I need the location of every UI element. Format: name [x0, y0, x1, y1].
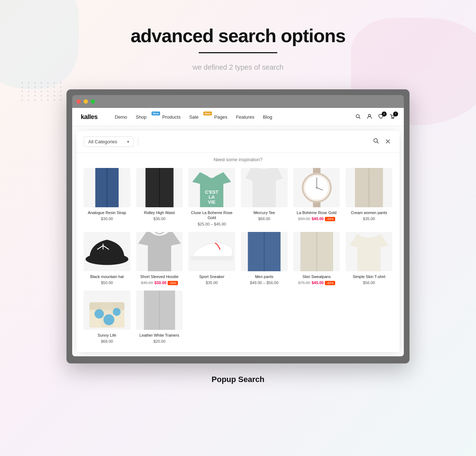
svg-rect-27: [190, 257, 233, 261]
search-inspiration: Need some inspiration?: [76, 153, 400, 165]
product-card[interactable]: C'EST LA VIE Cluse La Boheme Rose Gold$2…: [185, 165, 238, 229]
nav-badge-new-shop: New: [152, 111, 160, 115]
svg-point-5: [374, 139, 377, 142]
price-badge: -34%: [168, 281, 178, 285]
product-name: Men pants: [241, 274, 288, 279]
product-price: $68.00: [241, 217, 288, 221]
product-image: [84, 168, 130, 207]
search-input[interactable]: [143, 137, 368, 146]
user-icon[interactable]: [367, 114, 372, 121]
svg-point-39: [113, 308, 121, 316]
product-image: [84, 232, 130, 271]
product-image: [346, 232, 392, 271]
nav-link-blog[interactable]: Blog: [263, 114, 272, 120]
nav-link-demo[interactable]: Demo: [115, 114, 127, 120]
product-card[interactable]: Sunny Life$68.00: [81, 288, 133, 346]
page-title: advanced search options: [130, 25, 345, 46]
product-name: Skin Sweatpans: [293, 274, 340, 279]
product-price: $50.00: [84, 281, 130, 285]
product-name: Sport Sneaker: [188, 274, 235, 279]
browser-mockup: kalles Demo Shop New Products Sale New: [66, 89, 410, 363]
svg-text:LA: LA: [209, 194, 215, 199]
product-price: $45.00$30.00-34%: [136, 281, 183, 285]
product-card[interactable]: Simple Skin T-shirt$56.00: [343, 229, 395, 288]
product-price: $36.00: [136, 217, 183, 221]
browser-dot-yellow: [84, 99, 88, 104]
product-price: $60.00$40.00-34%: [293, 217, 340, 221]
nav-link-products[interactable]: Products: [162, 114, 180, 120]
product-card[interactable]: Analogue Resin Strap$30.00: [81, 165, 133, 229]
product-card[interactable]: Cream women pants$35.00: [343, 165, 395, 229]
product-price: $56.00: [346, 281, 392, 285]
nav-links: Demo Shop New Products Sale New Pages: [115, 114, 355, 120]
price-sale: $45.00: [312, 281, 324, 285]
product-card[interactable]: Mercury Tee$68.00: [238, 165, 291, 229]
product-name: Simple Skin T-shirt: [346, 274, 392, 279]
product-image: [84, 291, 130, 330]
product-name: Cream women pants: [346, 210, 392, 215]
price-badge: -40%: [325, 281, 335, 285]
categories-dropdown[interactable]: All Categories ▾: [84, 137, 134, 147]
popup-label: Popup Search: [212, 375, 264, 384]
product-card[interactable]: Skin Sweatpans$75.00$45.00-40%: [291, 229, 343, 288]
search-header: All Categories ▾ ✕: [76, 131, 400, 153]
product-card[interactable]: Short Sleeved Hoodie$45.00$30.00-34%: [133, 229, 186, 288]
product-name: Black mountain hat: [84, 274, 130, 279]
svg-line-1: [359, 117, 361, 119]
product-card[interactable]: Leather White Trainers$20.00: [133, 288, 186, 346]
price-sale: $30.00: [154, 281, 167, 285]
product-name: Mercury Tee: [241, 210, 288, 215]
browser-bar: [72, 95, 404, 108]
product-name: Short Sleeved Hoodie: [136, 274, 183, 279]
svg-text:VIE: VIE: [208, 199, 215, 205]
store-window: kalles Demo Shop New Products Sale New: [72, 108, 404, 356]
price-original: $45.00: [141, 281, 153, 285]
page-subtitle: we defined 2 types of search: [193, 63, 284, 71]
browser-dot-red: [76, 99, 81, 104]
product-price: $68.00: [84, 339, 130, 343]
price-sale: $40.00: [312, 217, 324, 221]
nav-link-features[interactable]: Features: [236, 114, 254, 120]
nav-icons: 0 7: [355, 114, 395, 121]
product-card[interactable]: Sport Sneaker$35.00: [185, 229, 238, 288]
product-name: Analogue Resin Strap: [84, 210, 130, 215]
product-price: $30.00: [84, 217, 130, 221]
svg-point-37: [94, 309, 104, 319]
product-image: [241, 168, 288, 207]
nav-link-shop[interactable]: Shop New: [136, 114, 154, 120]
product-name: Ridley High Waist: [136, 210, 183, 215]
cart-count: 7: [393, 111, 398, 117]
svg-point-4: [393, 118, 394, 119]
nav-link-sale[interactable]: Sale New: [189, 114, 205, 120]
product-image: [293, 232, 340, 271]
price-badge: -34%: [325, 217, 335, 221]
product-card[interactable]: Men pants$49.00 – $56.00: [238, 229, 291, 288]
chevron-down-icon: ▾: [127, 140, 129, 144]
close-icon[interactable]: ✕: [383, 136, 392, 147]
product-image: [188, 232, 235, 271]
product-price: $25.00 – $45.00: [188, 222, 235, 226]
product-name: Leather White Trainers: [136, 333, 183, 338]
product-image: [293, 168, 340, 207]
product-image: [136, 168, 183, 207]
svg-line-6: [377, 142, 378, 143]
product-card[interactable]: Ridley High Waist$36.00: [133, 165, 186, 229]
product-price: $20.00: [136, 339, 183, 343]
svg-text:C'EST: C'EST: [205, 189, 219, 194]
product-name: Cluse La Boheme Rose Gold: [188, 210, 235, 220]
search-icon[interactable]: [355, 114, 361, 121]
nav-link-pages[interactable]: Pages: [214, 114, 227, 120]
nav-badge-new-sale: New: [203, 111, 212, 115]
product-card[interactable]: La Bohème Rose Gold$60.00$40.00-34%: [291, 165, 343, 229]
product-card[interactable]: Black mountain hat$50.00: [81, 229, 133, 288]
search-submit-icon[interactable]: [373, 138, 379, 145]
cart-icon[interactable]: 7: [390, 114, 395, 121]
product-image: [136, 291, 183, 330]
search-divider: [138, 137, 138, 146]
search-input-wrap: [143, 137, 368, 146]
wishlist-icon[interactable]: 0: [378, 114, 384, 121]
search-modal: All Categories ▾ ✕ Need some in: [76, 131, 400, 352]
title-underline: [199, 52, 277, 53]
svg-point-2: [368, 114, 371, 117]
wishlist-count: 0: [382, 111, 387, 117]
